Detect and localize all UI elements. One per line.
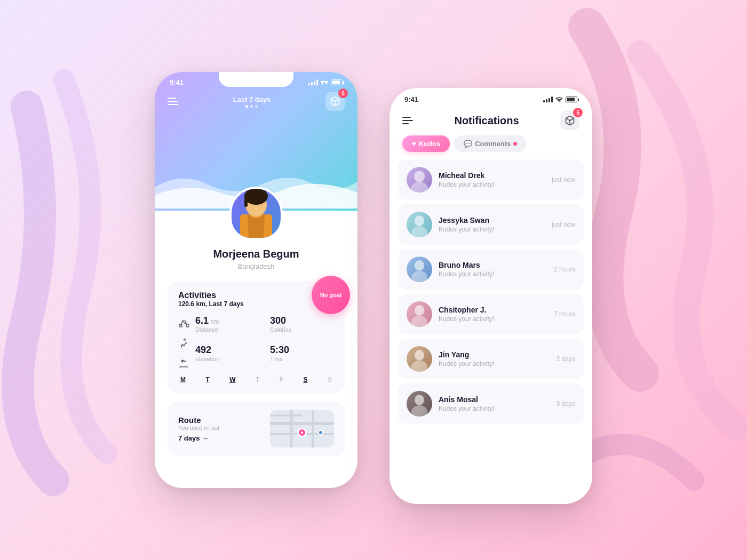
notif-avatar-2 xyxy=(407,257,432,282)
route-card: Route You used in last 7 days → xyxy=(168,402,345,456)
notification-tabs: ♥ Kudos 💬 Comments xyxy=(390,135,592,159)
menu-icon-right[interactable] xyxy=(402,117,413,124)
notif-time-3: 7 hours xyxy=(554,310,575,318)
header-controls-left: Last 7 days xyxy=(155,86,357,111)
notif-name-0: Micheal Drek xyxy=(439,171,545,180)
svg-point-23 xyxy=(414,171,425,182)
notif-time-1: just now xyxy=(552,221,575,228)
notif-item-2[interactable]: Bruno Mars Kudos your activity! 2 hours xyxy=(398,249,584,290)
heart-icon: ♥ xyxy=(412,140,416,148)
notif-body-5: Anis Mosal Kudos your activity! xyxy=(439,395,550,412)
box-badge-right[interactable]: 5 xyxy=(560,111,579,130)
bike-icon xyxy=(178,317,190,329)
signal-icon-left xyxy=(308,79,318,85)
header-dots xyxy=(233,105,271,108)
svg-point-8 xyxy=(184,339,186,340)
menu-line-r3 xyxy=(402,123,409,124)
stat-time: 5:30 Time xyxy=(270,345,334,370)
menu-line-1 xyxy=(168,98,176,99)
notifications-header: Notifications 5 xyxy=(390,103,592,135)
header-period-container: Last 7 days xyxy=(233,95,271,108)
notch-left xyxy=(219,72,293,87)
wifi-icon-left: ▾▾ xyxy=(321,78,328,86)
stat-calories-label: Calories xyxy=(270,326,334,333)
notif-body-0: Micheal Drek Kudos your activity! xyxy=(439,171,545,188)
notif-msg-0: Kudos your activity! xyxy=(439,181,545,188)
notif-body-3: Chsitopher J. Kudos your activity! xyxy=(439,306,547,323)
notif-avatar-3 xyxy=(407,301,432,327)
menu-icon[interactable] xyxy=(168,98,178,105)
svg-point-26 xyxy=(411,226,427,237)
notch-right xyxy=(454,88,528,103)
notif-item-0[interactable]: Micheal Drek Kudos your activity! just n… xyxy=(398,159,584,200)
notif-item-5[interactable]: Anis Mosal Kudos your activity! 3 days xyxy=(398,383,584,424)
activities-title: Activities xyxy=(178,291,334,300)
time-left: 9:41 xyxy=(170,78,184,86)
stat-elevation-label: Elevation xyxy=(195,356,259,362)
notif-name-4: Jin Yang xyxy=(439,350,550,359)
signal-icon-right xyxy=(543,97,553,102)
avatar-bg xyxy=(229,187,283,240)
stat-distance-value: 6.1 km xyxy=(195,315,259,326)
notif-msg-2: Kudos your activity! xyxy=(439,270,547,278)
menu-line-r2 xyxy=(402,120,413,121)
activities-distance: 120.6 xyxy=(178,300,194,308)
svg-point-27 xyxy=(415,260,424,271)
status-icons-left: ▾▾ xyxy=(308,78,343,86)
notif-msg-1: Kudos your activity! xyxy=(439,226,545,233)
route-map[interactable] xyxy=(270,410,334,447)
notif-item-1[interactable]: Jessyka Swan Kudos your activity! just n… xyxy=(398,204,584,245)
svg-point-34 xyxy=(411,405,427,417)
stat-distance-label: Distance xyxy=(195,326,259,333)
activity-icons xyxy=(178,315,190,370)
day-S2: S xyxy=(328,376,332,383)
phone-left-body: Morjeena Begum Bangladesh No goal Activi… xyxy=(155,211,357,467)
swim-icon xyxy=(178,358,190,370)
menu-line-3 xyxy=(168,104,178,105)
notif-item-4[interactable]: Jin Yang Kudos your activity! 2 days xyxy=(398,339,584,379)
svg-point-24 xyxy=(411,182,428,193)
wifi-icon-right xyxy=(555,97,563,102)
stat-calories: 300 Calories xyxy=(270,315,334,340)
svg-point-31 xyxy=(415,350,424,361)
route-info: Route You used in last 7 days → xyxy=(178,415,261,442)
battery-icon-left xyxy=(331,79,343,85)
svg-point-25 xyxy=(415,215,424,226)
dot-2 xyxy=(250,105,253,108)
map-svg xyxy=(270,410,334,447)
svg-point-28 xyxy=(411,271,427,282)
no-goal-button[interactable]: No goal xyxy=(312,276,350,314)
box-badge-left[interactable]: 5 xyxy=(325,92,345,111)
notif-body-4: Jin Yang Kudos your activity! xyxy=(439,350,550,367)
day-S1: S xyxy=(303,376,307,383)
badge-right: 5 xyxy=(573,108,583,117)
notif-body-2: Bruno Mars Kudos your activity! xyxy=(439,261,547,278)
route-title: Route xyxy=(178,415,261,425)
header-period: Last 7 days xyxy=(233,95,271,103)
day-T1: T xyxy=(205,376,209,383)
dot-1 xyxy=(245,105,248,108)
notif-avatar-1 xyxy=(407,212,432,237)
notif-avatar-0 xyxy=(407,167,432,193)
svg-point-29 xyxy=(415,305,424,316)
status-icons-right xyxy=(543,97,577,102)
menu-line-r1 xyxy=(402,117,411,118)
svg-point-33 xyxy=(415,395,424,405)
chat-icon: 💬 xyxy=(464,140,472,148)
phone-left: 9:41 ▾▾ xyxy=(155,72,357,488)
route-link[interactable]: 7 days → xyxy=(178,434,261,442)
notif-name-3: Chsitopher J. xyxy=(439,306,547,314)
svg-point-9 xyxy=(181,360,183,362)
day-M: M xyxy=(180,376,186,383)
badge-left: 5 xyxy=(338,89,348,98)
notif-msg-3: Kudos your activity! xyxy=(439,315,547,323)
day-labels: M T W T F S S xyxy=(178,376,334,383)
dot-3 xyxy=(255,105,258,108)
stat-elevation-value: 492 xyxy=(195,345,259,356)
user-country: Bangladesh xyxy=(168,262,345,270)
tab-comments[interactable]: 💬 Comments xyxy=(454,135,527,152)
notif-avatar-5 xyxy=(407,391,432,417)
tab-kudos[interactable]: ♥ Kudos xyxy=(402,135,450,152)
notif-item-3[interactable]: Chsitopher J. Kudos your activity! 7 hou… xyxy=(398,294,584,334)
notif-time-4: 2 days xyxy=(557,355,575,363)
